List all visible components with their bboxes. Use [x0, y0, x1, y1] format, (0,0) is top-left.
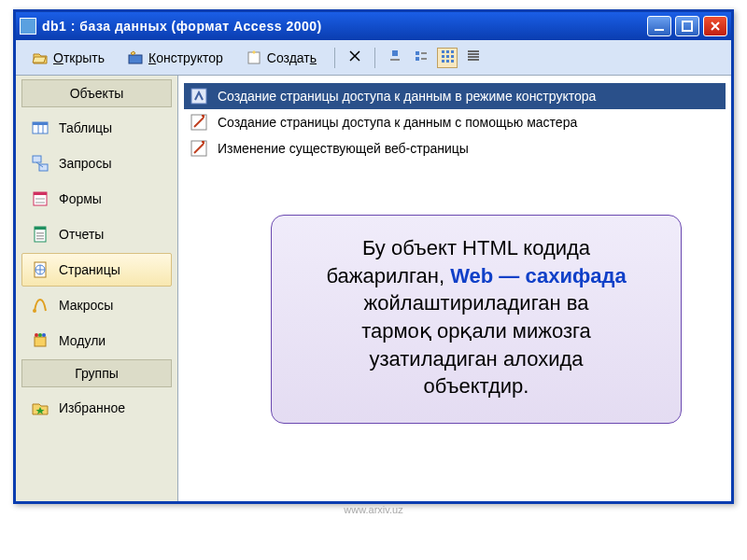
details-view-icon — [466, 49, 481, 66]
large-icons-button[interactable] — [385, 48, 405, 68]
create-icon — [246, 49, 262, 66]
svg-rect-10 — [442, 50, 444, 53]
sidebar-section-groups[interactable]: Группы — [21, 359, 172, 387]
svg-rect-9 — [421, 58, 427, 60]
wizard-icon — [190, 113, 208, 132]
svg-rect-18 — [451, 60, 454, 63]
sidebar-item-pages[interactable]: Страницы — [21, 253, 172, 287]
svg-rect-16 — [442, 60, 444, 63]
sidebar-item-macros[interactable]: Макросы — [21, 288, 172, 322]
list-item-label: Создание страницы доступа к данным в реж… — [218, 89, 596, 104]
details-view-button[interactable] — [463, 48, 484, 68]
svg-rect-44 — [35, 337, 46, 346]
callout-line: бажарилган, — [326, 264, 450, 287]
list-view-icon — [440, 49, 455, 66]
svg-rect-11 — [446, 50, 449, 53]
sidebar-item-label: Запросы — [59, 156, 111, 171]
edit-page-icon — [190, 139, 208, 158]
svg-rect-22 — [468, 59, 479, 61]
design-button[interactable]: Конструктор — [119, 46, 232, 70]
minimize-button[interactable] — [647, 16, 671, 36]
list-item-edit-page[interactable]: Изменение существующей веб-страницы — [184, 135, 726, 161]
svg-rect-32 — [35, 198, 45, 200]
list-view-button[interactable] — [437, 48, 458, 68]
list-item-create-wizard[interactable]: Создание страницы доступа к данным с пом… — [184, 109, 726, 135]
svg-rect-15 — [451, 55, 454, 58]
svg-rect-4 — [392, 50, 398, 56]
svg-rect-7 — [421, 52, 427, 54]
close-button[interactable] — [703, 16, 727, 36]
callout-line: Бу объект HTML кодида — [362, 236, 590, 259]
svg-rect-13 — [442, 55, 444, 58]
sidebar-item-forms[interactable]: Формы — [21, 182, 172, 216]
svg-rect-12 — [451, 50, 454, 53]
forms-icon — [31, 189, 49, 208]
sidebar-item-modules[interactable]: Модули — [21, 324, 172, 357]
create-button[interactable]: Создать — [237, 46, 325, 70]
svg-rect-31 — [34, 192, 47, 195]
svg-rect-37 — [36, 235, 44, 237]
svg-rect-38 — [36, 238, 44, 240]
design-icon — [127, 49, 144, 66]
window-title: db1 : база данных (формат Access 2000) — [42, 19, 647, 34]
macros-icon — [31, 296, 49, 315]
footer-watermark: www.arxiv.uz — [344, 504, 402, 515]
open-button[interactable]: Открыть — [23, 46, 113, 70]
sidebar-item-label: Макросы — [59, 298, 113, 313]
sidebar-item-label: Модули — [59, 333, 106, 348]
wizard-design-icon — [190, 87, 208, 105]
delete-button[interactable] — [345, 48, 365, 68]
small-icons-button[interactable] — [411, 48, 431, 68]
maximize-button[interactable] — [675, 16, 699, 36]
create-label: Создать — [267, 50, 317, 65]
sidebar-section-objects[interactable]: Объекты — [21, 79, 172, 107]
svg-rect-2 — [129, 55, 142, 63]
callout-line: объектдир. — [424, 374, 529, 398]
sidebar-item-label: Таблицы — [59, 120, 112, 135]
toolbar-separator — [374, 48, 375, 68]
sidebar-item-label: Избранное — [59, 400, 125, 415]
sidebar-item-tables[interactable]: Таблицы — [21, 111, 172, 145]
callout-line: жойлаштириладиган ва — [364, 291, 589, 315]
large-icons-icon — [388, 49, 402, 66]
open-label: Открыть — [53, 50, 105, 65]
list-item-create-design[interactable]: Создание страницы доступа к данным в реж… — [184, 83, 726, 109]
sidebar-item-favorites[interactable]: Избранное — [21, 391, 172, 425]
sidebar-item-label: Формы — [59, 191, 102, 206]
svg-rect-8 — [416, 57, 419, 61]
svg-rect-21 — [468, 56, 479, 58]
svg-point-45 — [35, 333, 38, 337]
sidebar-item-label: Страницы — [59, 262, 120, 277]
svg-rect-27 — [33, 156, 41, 162]
svg-rect-1 — [683, 21, 692, 31]
favorites-icon — [31, 399, 49, 417]
small-icons-icon — [414, 49, 429, 66]
design-label: Конструктор — [148, 50, 223, 65]
svg-rect-20 — [468, 53, 479, 55]
tables-icon — [31, 119, 49, 137]
open-icon — [32, 49, 49, 66]
svg-rect-14 — [446, 55, 449, 58]
titlebar: db1 : база данных (формат Access 2000) — [16, 12, 731, 40]
svg-rect-6 — [416, 51, 419, 55]
sidebar-item-label: Отчеты — [59, 227, 104, 242]
sidebar-item-queries[interactable]: Запросы — [21, 147, 172, 180]
callout-line: узатиладиган алохида — [369, 347, 583, 371]
svg-rect-24 — [33, 122, 48, 125]
objects-sidebar: Объекты Таблицы Запросы — [16, 76, 178, 501]
app-icon — [20, 18, 36, 35]
svg-rect-35 — [35, 227, 46, 230]
toolbar: Открыть Конструктор Создать — [16, 40, 731, 76]
svg-rect-17 — [446, 60, 449, 63]
svg-rect-5 — [390, 59, 400, 61]
list-item-label: Создание страницы доступа к данным с пом… — [218, 115, 577, 130]
svg-rect-0 — [655, 29, 664, 31]
sidebar-item-reports[interactable]: Отчеты — [21, 217, 172, 251]
svg-rect-33 — [35, 202, 45, 203]
callout-highlight: Web — сахифада — [450, 264, 626, 287]
callout-bubble: Бу объект HTML кодида бажарилган, Web — … — [271, 215, 682, 424]
toolbar-separator — [334, 48, 335, 68]
delete-icon — [347, 49, 362, 66]
svg-point-43 — [33, 309, 36, 313]
svg-rect-19 — [468, 50, 479, 52]
